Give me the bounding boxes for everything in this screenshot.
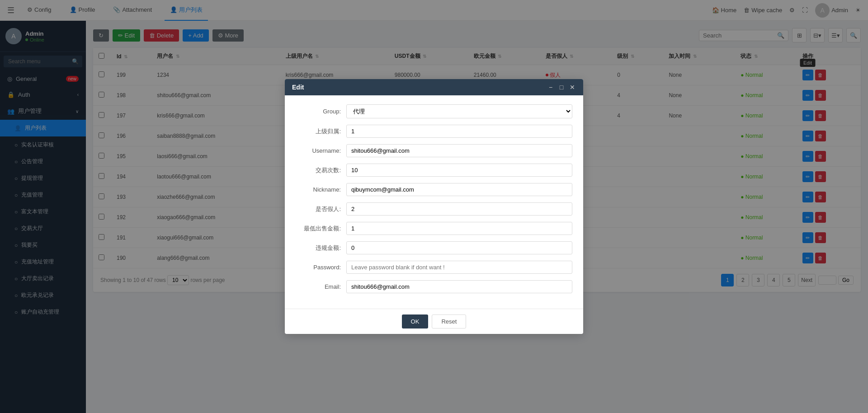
username-input[interactable] — [346, 144, 572, 157]
modal-title: Edit — [292, 84, 304, 91]
modal-overlay[interactable]: Edit − □ ✕ Group: 代理 上级归属: Username: — [0, 0, 868, 413]
trade-count-label: 交易次数: — [296, 166, 341, 174]
violation-label: 违规金额: — [296, 244, 341, 252]
edit-modal: Edit − □ ✕ Group: 代理 上级归属: Username: — [285, 79, 583, 334]
form-row-password: Password: — [296, 261, 572, 274]
close-button[interactable]: ✕ — [569, 84, 576, 91]
min-sell-label: 最低出售金额: — [296, 225, 341, 233]
form-row-is-fake: 是否假人: — [296, 202, 572, 216]
modal-header: Edit − □ ✕ — [285, 79, 583, 95]
modal-body: Group: 代理 上级归属: Username: 交易次数: Nickname… — [285, 95, 583, 309]
modal-footer: OK Reset — [285, 309, 583, 334]
nickname-label: Nickname: — [296, 186, 341, 193]
maximize-button[interactable]: □ — [558, 84, 565, 91]
modal-controls: − □ ✕ — [547, 84, 576, 91]
trade-count-input[interactable] — [346, 164, 572, 177]
password-input[interactable] — [346, 261, 572, 274]
group-select[interactable]: 代理 — [346, 104, 572, 118]
nickname-input[interactable] — [346, 183, 572, 196]
minimize-button[interactable]: − — [547, 84, 554, 91]
is-fake-input[interactable] — [346, 202, 572, 216]
parent-input[interactable] — [346, 125, 572, 138]
is-fake-label: 是否假人: — [296, 205, 341, 213]
violation-input[interactable] — [346, 241, 572, 254]
username-label: Username: — [296, 147, 341, 154]
form-row-min-sell: 最低出售金额: — [296, 222, 572, 235]
form-row-trade-count: 交易次数: — [296, 164, 572, 177]
password-label: Password: — [296, 264, 341, 271]
form-row-group: Group: 代理 — [296, 104, 572, 118]
reset-button[interactable]: Reset — [432, 314, 466, 329]
form-row-email: Email: — [296, 280, 572, 293]
form-row-violation: 违规金额: — [296, 241, 572, 254]
form-row-nickname: Nickname: — [296, 183, 572, 196]
form-row-parent: 上级归属: — [296, 125, 572, 138]
min-sell-input[interactable] — [346, 222, 572, 235]
ok-button[interactable]: OK — [402, 314, 429, 329]
email-input[interactable] — [346, 280, 572, 293]
form-row-username: Username: — [296, 144, 572, 157]
group-label: Group: — [296, 108, 341, 115]
email-label: Email: — [296, 283, 341, 290]
parent-label: 上级归属: — [296, 127, 341, 136]
